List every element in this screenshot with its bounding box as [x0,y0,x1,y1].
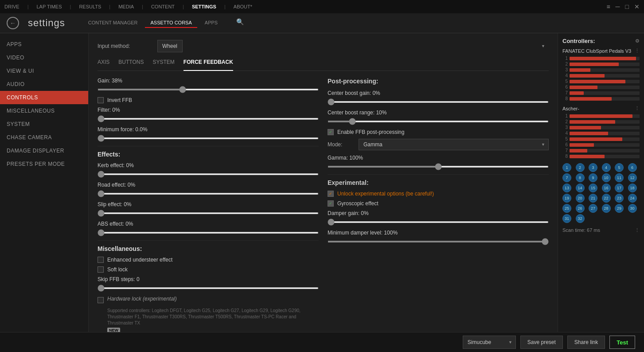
maximize-button[interactable]: □ [625,3,629,10]
preset-select[interactable]: Simucube [463,336,516,349]
btn-1[interactable]: 1 [562,163,571,172]
gain-slider[interactable] [98,89,319,90]
btn-31[interactable]: 31 [562,214,571,223]
btn-25[interactable]: 25 [562,204,571,213]
tab-content-manager[interactable]: CONTENT MANAGER [83,18,143,28]
sidebar-item-presets[interactable]: PRESETS PER MODE [0,157,88,171]
menu-icon[interactable]: ≡ [606,3,610,10]
nav-media[interactable]: MEDIA [118,4,134,9]
sidebar-item-miscellaneous[interactable]: MISCELLANEOUS [0,104,88,117]
nav-settings[interactable]: SETTINGS [192,4,216,9]
share-link-button[interactable]: Share link [567,336,605,349]
btn-6[interactable]: 6 [628,163,637,172]
sidebar-item-video[interactable]: VIDEO [0,51,88,64]
nav-results[interactable]: RESULTS [79,4,101,9]
road-slider[interactable] [98,193,319,195]
sub-tab-system[interactable]: SYSTEM [152,59,174,67]
filter-slider[interactable] [98,118,319,120]
btn-10[interactable]: 10 [602,173,611,182]
min-damper-label: Minimum damper level: 100% [328,230,549,236]
btn-24[interactable]: 24 [628,194,637,203]
min-force-row: Minimum force: 0.0% [98,126,319,141]
sidebar-item-system[interactable]: SYSTEM [0,117,88,131]
sidebar-item-chase-camera[interactable]: CHASE CAMERA [0,131,88,144]
btn-8[interactable]: 8 [576,173,585,182]
center-boost-range-slider[interactable] [328,121,549,122]
controller-device-2: Ascher- ⋮ 1 2 3 [562,106,640,159]
btn-30[interactable]: 30 [628,204,637,213]
tab-assetto-corsa[interactable]: ASSETTO CORSA [145,18,197,28]
center-boost-gain-slider[interactable] [328,101,549,103]
btn-2[interactable]: 2 [576,163,585,172]
controller-dots-2[interactable]: ⋮ [635,106,640,111]
btn-3[interactable]: 3 [589,163,597,172]
btn-14[interactable]: 14 [576,184,585,192]
slip-slider[interactable] [98,212,319,214]
axis-bar-row: 4 [562,131,640,136]
btn-17[interactable]: 17 [615,184,624,192]
hardware-lock-desc: Supported controllers: Logitech DFGT, Lo… [107,308,319,326]
btn-27[interactable]: 27 [589,204,597,213]
btn-16[interactable]: 16 [602,184,611,192]
btn-22[interactable]: 22 [602,194,611,203]
gamma-slider[interactable] [328,166,549,168]
skip-ffb-slider[interactable] [98,287,319,289]
btn-20[interactable]: 20 [576,194,585,203]
sub-tab-buttons[interactable]: BUTTONS [118,59,144,67]
gamma-label: Gamma: 100% [328,155,549,161]
sub-tab-force-feedback[interactable]: FORCE FEEDBACK [183,59,233,71]
sidebar-item-view-ui[interactable]: VIEW & UI [0,64,88,78]
nav-drive[interactable]: DRIVE [4,4,20,9]
tab-apps[interactable]: APPS [199,18,223,28]
btn-19[interactable]: 19 [562,194,571,203]
btn-5[interactable]: 5 [615,163,624,172]
soft-lock-checkbox[interactable] [98,266,104,273]
gyroscopic-checkbox[interactable]: ✓ [328,200,334,207]
unlock-exp-checkbox[interactable]: ✓ [328,191,334,197]
mode-select[interactable]: Gamma Linear Custom [359,139,549,150]
search-icon[interactable]: 🔍 [236,18,246,28]
minimize-button[interactable]: ─ [616,3,620,10]
btn-9[interactable]: 9 [589,173,597,182]
btn-32[interactable]: 32 [576,214,585,223]
enable-ffb-pp-checkbox[interactable]: ✓ [328,129,334,135]
scan-time-dots[interactable]: ⋮ [635,227,640,233]
min-force-slider[interactable] [98,137,319,139]
unlock-exp-row: ✓ Unlock experimental options (be carefu… [328,191,549,197]
nav-laptimes[interactable]: LAP TIMES [36,4,62,9]
sidebar-item-controls[interactable]: CONTROLS [0,91,88,104]
close-button[interactable]: ✕ [634,3,640,10]
controller-dots-1[interactable]: ⋮ [635,48,640,54]
invert-ffb-checkbox[interactable] [98,97,104,103]
sidebar-item-apps[interactable]: APPS [0,38,88,51]
sidebar-item-audio[interactable]: AUDIO [0,78,88,91]
btn-28[interactable]: 28 [602,204,611,213]
damper-gain-slider[interactable] [328,221,549,223]
kerb-slider[interactable] [98,173,319,175]
btn-23[interactable]: 23 [615,194,624,203]
btn-15[interactable]: 15 [589,184,597,192]
btn-21[interactable]: 21 [589,194,597,203]
axis-bar-row: 4 [562,73,640,78]
test-button[interactable]: Test [609,336,635,349]
abs-slider[interactable] [98,232,319,234]
sub-tab-axis[interactable]: AXIS [98,59,109,67]
input-method-select[interactable]: Wheel [157,40,183,52]
btn-12[interactable]: 12 [628,173,637,182]
btn-13[interactable]: 13 [562,184,571,192]
btn-4[interactable]: 4 [602,163,611,172]
hardware-lock-checkbox[interactable] [98,297,104,303]
min-damper-slider[interactable] [328,241,549,242]
gear-icon[interactable]: ⚙ [635,38,640,44]
back-button[interactable]: ← [7,17,19,29]
btn-7[interactable]: 7 [562,173,571,182]
btn-11[interactable]: 11 [615,173,624,182]
btn-26[interactable]: 26 [576,204,585,213]
save-preset-button[interactable]: Save preset [520,336,563,349]
btn-18[interactable]: 18 [628,184,637,192]
btn-29[interactable]: 29 [615,204,624,213]
nav-content[interactable]: CONTENT [151,4,175,9]
sidebar-item-damage-displayer[interactable]: DAMAGE DISPLAYER [0,144,88,157]
nav-about[interactable]: ABOUT* [234,4,252,9]
enhanced-understeer-checkbox[interactable] [98,257,104,263]
